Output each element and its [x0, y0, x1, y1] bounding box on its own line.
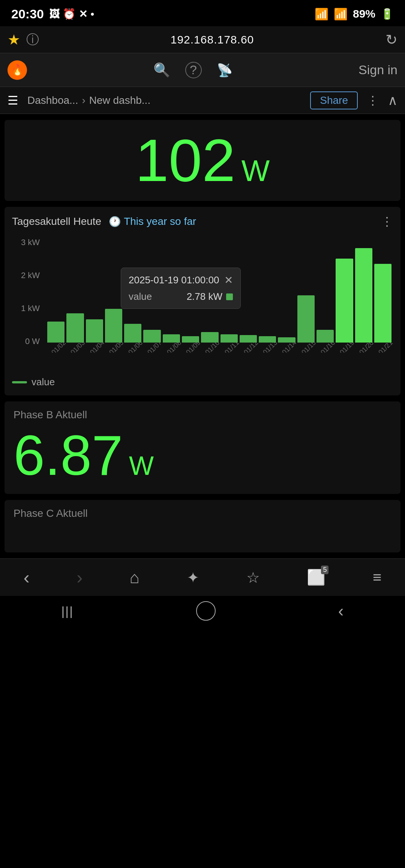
bottom-nav: ‹ › ⌂ ✦ ☆ ⬜ 5 ≡	[0, 558, 405, 596]
main-value-panel: 102 W	[4, 120, 400, 201]
collapse-icon[interactable]: ∧	[388, 93, 398, 108]
more-options-icon[interactable]: ⋮	[367, 93, 379, 108]
tooltip-header: 2025-01-19 01:00:00 ✕	[129, 274, 233, 286]
x-axis-labels: 01/0201/0301/0401/0501/0601/0701/0801/09…	[46, 343, 393, 353]
favorite-icon[interactable]: ★	[8, 31, 20, 48]
time-range-selector[interactable]: 🕐 This year so far	[109, 216, 196, 227]
system-back-icon[interactable]: ‹	[338, 602, 344, 620]
system-nav: ||| ‹	[0, 596, 405, 626]
search-icon[interactable]: 🔍	[153, 62, 170, 78]
breadcrumb: Dashboa... › New dashb...	[27, 94, 301, 106]
phase-c-panel: Phase C Aktuell	[4, 500, 400, 552]
chart-panel: Tagesakutell Heute 🕐 This year so far ⋮ …	[4, 207, 400, 395]
chart-bar[interactable]	[201, 332, 218, 343]
chart-bar[interactable]	[47, 322, 64, 343]
x-axis-label: 01/20	[357, 343, 375, 353]
chart-header: Tagesakutell Heute 🕐 This year so far ⋮	[12, 214, 393, 229]
chart-bar[interactable]	[336, 259, 353, 343]
nav-bar: ☰ Dashboa... › New dashb... Share ⋮ ∧	[0, 87, 405, 114]
chart-menu-icon[interactable]: ⋮	[381, 214, 393, 229]
tabs-button[interactable]: ⬜ 5	[307, 569, 326, 586]
share-button[interactable]: Share	[310, 91, 358, 109]
tooltip-row: value 2.78 kW	[129, 291, 233, 302]
help-icon[interactable]: ?	[185, 62, 202, 78]
clock-icon: 🕐	[109, 216, 121, 227]
chart-bar[interactable]	[259, 336, 276, 343]
sparkle-button[interactable]: ✦	[187, 569, 200, 586]
chart-title-area: Tagesakutell Heute 🕐 This year so far	[12, 216, 196, 227]
x-axis-label: 01/19	[338, 343, 356, 353]
phase-b-unit: W	[129, 452, 154, 480]
battery-icon: 🔋	[381, 8, 394, 20]
forward-button[interactable]: ›	[76, 567, 82, 588]
tooltip-color-dot	[226, 293, 233, 300]
breadcrumb-current[interactable]: New dashb...	[89, 94, 150, 106]
chart-bar[interactable]	[278, 337, 295, 343]
phase-b-value: 6.87 W	[14, 425, 392, 486]
rss-icon[interactable]: 📡	[217, 63, 232, 78]
tooltip-label: value	[129, 291, 152, 302]
x-axis-label: 01/16	[319, 343, 337, 353]
back-button[interactable]: ‹	[24, 567, 30, 588]
chart-bar[interactable]	[86, 319, 103, 343]
signal-icon: 📶	[334, 7, 348, 21]
sign-in-button[interactable]: Sign in	[358, 63, 398, 77]
chart-bar[interactable]	[374, 264, 392, 343]
bookmark-button[interactable]: ☆	[246, 569, 260, 586]
x-axis-label: 01/06	[127, 343, 145, 353]
chart-bar[interactable]	[143, 330, 160, 343]
main-power-value: 102 W	[12, 127, 393, 193]
alarm-icon: ⏰	[63, 8, 76, 20]
x-icon: ✕	[79, 8, 87, 20]
x-axis-label: 01/04	[88, 343, 106, 353]
legend-color-swatch	[12, 381, 27, 383]
info-icon[interactable]: ⓘ	[26, 31, 39, 48]
system-recents-icon[interactable]: |||	[61, 604, 74, 618]
tooltip-timestamp: 2025-01-19 01:00:00	[129, 274, 219, 286]
y-label-1kw: 1 kW	[12, 304, 40, 313]
main-value-number: 102	[135, 127, 236, 193]
home-button[interactable]: ⌂	[130, 568, 140, 587]
chart-area: 3 kW 2 kW 1 kW 0 W 01/0201/0301/0401/050…	[12, 238, 393, 365]
x-axis-label: 01/09	[184, 343, 202, 353]
breadcrumb-arrow: ›	[82, 94, 85, 106]
main-value-unit: W	[242, 154, 270, 187]
chart-tooltip: 2025-01-19 01:00:00 ✕ value 2.78 kW	[121, 268, 241, 309]
time: 20:30	[11, 7, 44, 21]
x-axis-label: 01/10	[204, 343, 222, 353]
breadcrumb-dashboards[interactable]: Dashboa...	[27, 94, 78, 106]
chart-bar[interactable]	[182, 336, 199, 343]
chart-bar[interactable]	[66, 313, 84, 343]
phase-c-title: Phase C Aktuell	[14, 507, 392, 519]
chart-bar[interactable]	[124, 324, 141, 343]
refresh-icon[interactable]: ↻	[386, 31, 398, 48]
chart-bar[interactable]	[220, 334, 238, 343]
x-axis-label: 01/14	[280, 343, 298, 353]
browser-toolbar: 🔥 🔍 ? 📡 Sign in	[0, 53, 405, 87]
battery-level: 89%	[353, 7, 375, 20]
url-display[interactable]: 192.168.178.60	[45, 33, 380, 46]
tooltip-value-text: 2.78 kW	[187, 291, 222, 302]
tooltip-close-icon[interactable]: ✕	[224, 274, 233, 286]
status-bar: 20:30 🖼 ⏰ ✕ ● 📶 📶 89% 🔋	[0, 0, 405, 26]
x-axis-label: 01/11	[223, 343, 241, 353]
legend-label: value	[32, 376, 55, 388]
x-axis-label: 01/02	[50, 343, 68, 353]
hamburger-menu-icon[interactable]: ☰	[8, 93, 18, 108]
x-axis-label: 01/08	[165, 343, 183, 353]
chart-bar[interactable]	[355, 248, 372, 343]
tooltip-value: 2.78 kW	[187, 291, 233, 302]
chart-bar[interactable]	[316, 330, 334, 343]
chart-bar[interactable]	[240, 335, 257, 343]
chart-legend: value	[12, 373, 393, 388]
phase-b-panel: Phase B Aktuell 6.87 W	[4, 401, 400, 494]
chart-bar[interactable]	[105, 309, 122, 343]
chart-bar[interactable]	[297, 295, 315, 343]
chart-bars-container: 01/0201/0301/0401/0501/0601/0701/0801/09…	[46, 238, 393, 365]
browser-menu-icon[interactable]: ≡	[373, 569, 381, 586]
chart-bar[interactable]	[163, 334, 180, 343]
system-home-icon[interactable]	[196, 601, 216, 621]
phase-b-number: 6.87	[14, 425, 123, 486]
x-axis-label: 01/21	[377, 343, 393, 353]
x-axis-label: 01/15	[300, 343, 318, 353]
